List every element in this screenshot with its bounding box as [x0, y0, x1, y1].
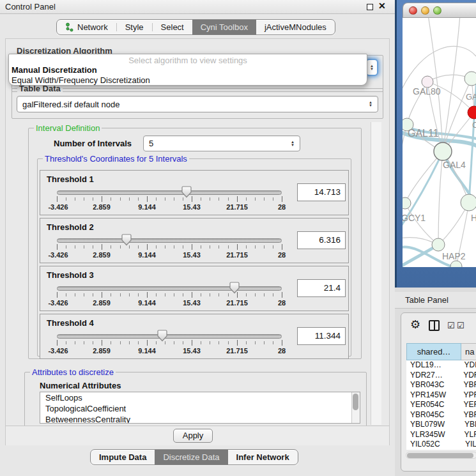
threshold-slider-track[interactable] [57, 286, 282, 291]
table-row[interactable]: YLR345WYLR3 [406, 430, 476, 440]
dropdown-option-equal-width-frequency[interactable]: Equal Width/Frequency Discretization [12, 75, 150, 85]
tab-select[interactable]: Select [153, 20, 192, 35]
node-h[interactable] [461, 194, 476, 211]
tick-label: 9.144 [138, 203, 156, 211]
tab-network[interactable]: Network [57, 20, 116, 35]
slider-major-tick [282, 196, 282, 202]
number-of-intervals-label: Number of Intervals [54, 139, 132, 148]
checkbox-icon[interactable]: ☑ [457, 321, 464, 330]
threshold-slider-track[interactable] [57, 190, 282, 195]
mac-minimize-button[interactable] [421, 6, 429, 15]
horizontal-scrollbar-track[interactable] [406, 452, 476, 459]
spinner-icon: ▲▼ [291, 141, 295, 147]
numerical-attributes-list[interactable]: SelfLoops TopologicalCoefficient Between… [40, 392, 360, 424]
tab-style[interactable]: Style [117, 20, 152, 35]
vertical-scrollbar-track[interactable] [371, 122, 381, 425]
close-icon[interactable]: ✕ [378, 1, 386, 11]
network-canvas[interactable]: GAL80 GA C GAL11 GAL4 GCY1 H HAP2 [403, 18, 476, 267]
table-row[interactable]: YBR043CYBR0 [406, 380, 476, 390]
cell: YPR145W [406, 390, 460, 401]
window-title: Control Panel [5, 0, 56, 13]
threshold-slider-thumb[interactable] [229, 282, 240, 294]
table-row[interactable]: YDL19…YDL1 [406, 360, 476, 371]
tab-impute-data[interactable]: Impute Data [91, 450, 155, 464]
screen: Control Panel ✕ Network Style Select Cyn… [0, 0, 476, 476]
node-hap2[interactable] [432, 238, 445, 251]
column-header-shared[interactable]: shared… [406, 343, 461, 360]
node-label-gcy1: GCY1 [403, 213, 426, 223]
node-label-partial-ga: GA [466, 92, 476, 102]
threshold-3-panel: Threshold 3 -3.426 2.859 9.144 15.43 21.… [40, 266, 349, 311]
threshold-slider-thumb[interactable] [157, 330, 167, 342]
cell: YBL079W [406, 420, 461, 430]
tab-cyni-toolbox[interactable]: Cyni Toolbox [192, 20, 256, 35]
thresholds-coordinates-title: Threshold's Coordinates for 5 Intervals [43, 154, 189, 164]
threshold-label: Threshold 3 [47, 270, 94, 280]
node-label-hap2: HAP2 [442, 251, 466, 261]
mac-zoom-button[interactable] [433, 6, 441, 15]
node-gcy1[interactable] [403, 197, 411, 209]
cell: YLR345W [406, 430, 461, 440]
cell: YDL19… [406, 360, 461, 371]
node-bottom[interactable] [450, 261, 462, 267]
tick-label: -3.426 [48, 299, 68, 307]
threshold-slider-track[interactable] [57, 238, 282, 243]
threshold-2-panel: Threshold 2 -3.426 2.859 9.144 15.43 21.… [40, 218, 349, 263]
tick-label: 28 [278, 251, 286, 259]
tab-jactivemnodules[interactable]: jActiveMNodules [256, 20, 335, 35]
dropdown-option-manual-discretization[interactable]: Manual Discretization [12, 65, 97, 75]
control-panel-window: Control Panel ✕ Network Style Select Cyn… [0, 0, 395, 476]
node-green-top[interactable] [464, 72, 476, 86]
list-item[interactable]: SelfLoops [40, 392, 360, 403]
slider-major-tick [282, 292, 282, 298]
split-columns-icon[interactable] [429, 320, 440, 331]
threshold-slider-track[interactable] [57, 334, 282, 339]
algorithm-placeholder: Select algorithm to view settings [9, 56, 367, 65]
list-scrollbar-thumb[interactable] [353, 394, 358, 410]
table-row[interactable]: YDR27…YDR2 [406, 371, 476, 381]
tick-label: 2.859 [93, 251, 111, 259]
table-row[interactable]: YER054CYER0 [406, 400, 476, 410]
horizontal-scrollbar-thumb[interactable] [407, 453, 473, 458]
tick-label: 9.144 [138, 299, 156, 307]
table-row[interactable]: YPR145WYPR1 [406, 390, 476, 401]
table-row[interactable]: YBL079WYBL0 [406, 420, 476, 430]
table-data-combobox[interactable]: galFiltered.sif default node ▲▼ [17, 96, 378, 112]
threshold-slider-thumb[interactable] [181, 186, 192, 198]
apply-button[interactable]: Apply [173, 429, 213, 443]
cell: YBL0 [461, 420, 476, 430]
tick-label: -3.426 [48, 203, 68, 211]
threshold-value-field[interactable]: 11.344 [297, 327, 346, 345]
threshold-slider-thumb[interactable] [121, 234, 132, 246]
column-header-name[interactable]: na [461, 343, 476, 360]
threshold-value-field[interactable]: 6.316 [297, 231, 346, 249]
threshold-value-field[interactable]: 14.713 [297, 183, 346, 201]
node-red-selected[interactable] [468, 106, 476, 119]
threshold-1-panel: Threshold 1 -3.426 2.859 9.144 15.43 21.… [40, 170, 349, 215]
list-scrollbar-track[interactable] [351, 392, 360, 423]
table-row[interactable]: YIL052CYIL0 [406, 440, 476, 450]
checkbox-icon[interactable]: ☑ [447, 321, 455, 330]
float-window-icon[interactable] [367, 4, 373, 10]
tick-label: 9.144 [138, 251, 156, 259]
list-item[interactable]: BetweennessCentrality [40, 414, 360, 424]
slider-major-tick [237, 340, 238, 346]
cell: YDL1 [461, 360, 476, 371]
list-item[interactable]: TopologicalCoefficient [40, 403, 360, 414]
mac-close-button[interactable] [409, 6, 417, 15]
gear-icon[interactable]: ⚙ [410, 319, 420, 330]
tab-infer-network[interactable]: Infer Network [228, 450, 298, 464]
slider-major-tick [192, 244, 192, 250]
node-gal4[interactable] [434, 142, 452, 160]
threshold-value-field[interactable]: 21.4 [297, 279, 346, 297]
threshold-label: Threshold 1 [47, 174, 94, 184]
tab-discretize-data[interactable]: Discretize Data [155, 450, 227, 464]
tick-label: 2.859 [93, 203, 111, 211]
number-of-intervals-combobox[interactable]: 5 ▲▼ [143, 135, 300, 151]
cell: YIL052C [406, 440, 461, 450]
node-label-gal11: GAL11 [408, 128, 439, 139]
algorithm-combobox-button[interactable]: ▲ ▼ [365, 59, 378, 76]
table-row[interactable]: YBR045CYBR0 [406, 410, 476, 420]
tab-label: Network [77, 22, 108, 32]
attributes-group-title: Attributes to discretize [30, 367, 116, 377]
